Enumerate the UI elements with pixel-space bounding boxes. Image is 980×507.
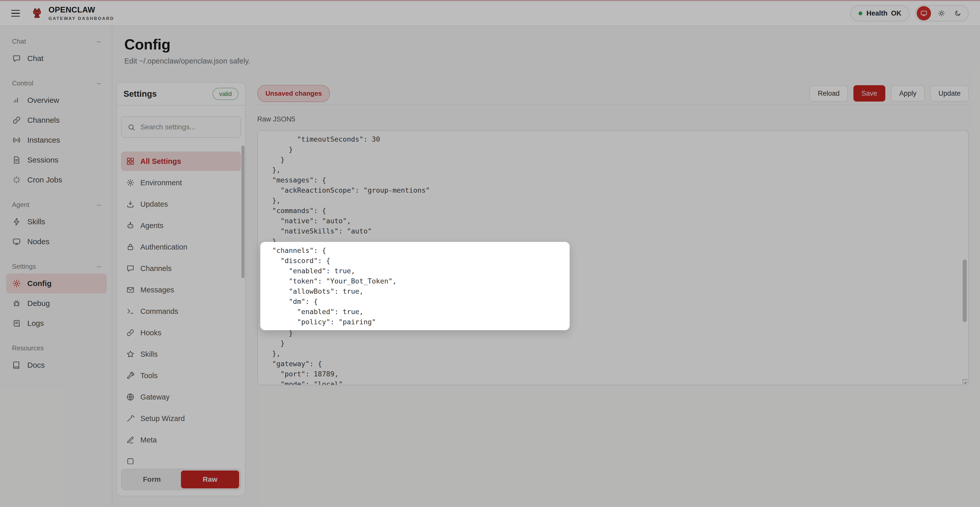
chat-bubble-icon	[12, 54, 21, 63]
settings-nav-label: Messages	[140, 286, 174, 294]
sidebar-item-channels[interactable]: Channels	[6, 110, 107, 130]
settings-nav-item-channels[interactable]: Channels	[121, 259, 241, 278]
app-root: OPENCLAW GATEWAY DASHBOARD HealthOK	[0, 0, 980, 507]
settings-nav-item-updates[interactable]: Updates	[121, 194, 241, 214]
sidebar-item-overview[interactable]: Overview	[6, 90, 107, 110]
sidebar-item-config[interactable]: Config	[6, 273, 107, 293]
collapse-icon[interactable]: –	[97, 201, 101, 208]
settings-nav-item-meta[interactable]: Meta	[121, 430, 241, 450]
sidebar-item-label: Chat	[27, 54, 43, 63]
sidebar-item-docs[interactable]: Docs	[6, 355, 107, 375]
sidebar-group-resources: Resources Docs	[0, 341, 112, 375]
star-icon	[126, 350, 135, 359]
settings-nav-item-gateway[interactable]: Gateway	[121, 387, 241, 407]
group-label-agent: Agent	[12, 201, 29, 209]
bug-icon	[12, 299, 21, 308]
settings-nav-item-skills[interactable]: Skills	[121, 345, 241, 364]
form-toggle-button[interactable]: Form	[123, 470, 181, 488]
settings-nav-item-setup-wizard[interactable]: Setup Wizard	[121, 409, 241, 428]
settings-nav-label: Hooks	[140, 329, 161, 337]
scroll-icon	[12, 319, 21, 328]
mail-icon	[126, 286, 135, 294]
theme-light-button[interactable]	[935, 7, 947, 19]
page-subtitle: Edit ~/.openclaw/openclaw.json safely.	[124, 57, 980, 65]
robot-icon	[126, 221, 135, 230]
sidebar-item-label: Channels	[27, 116, 60, 124]
bar-chart-icon	[12, 96, 21, 105]
sidebar-item-nodes[interactable]: Nodes	[6, 232, 107, 251]
sidebar-item-instances[interactable]: Instances	[6, 130, 107, 150]
sidebar-item-skills[interactable]: Skills	[6, 212, 107, 232]
collapse-icon[interactable]: –	[97, 38, 101, 45]
settings-nav-item-messages[interactable]: Messages	[121, 280, 241, 300]
settings-nav-label: Agents	[140, 221, 163, 230]
download-icon	[126, 200, 135, 208]
save-button[interactable]: Save	[853, 85, 886, 102]
gear-icon	[12, 279, 21, 288]
settings-nav-label: Setup Wizard	[140, 414, 185, 423]
settings-nav-item-agents[interactable]: Agents	[121, 216, 241, 235]
group-label-resources: Resources	[12, 344, 44, 352]
resize-grip-icon[interactable]	[963, 379, 968, 384]
settings-nav-item-commands[interactable]: Commands	[121, 302, 241, 321]
health-status-badge: HealthOK	[850, 5, 910, 21]
theme-dark-button[interactable]	[952, 7, 964, 19]
sidebar-item-chat[interactable]: Chat	[6, 48, 107, 68]
settings-nav-item-all-settings[interactable]: All Settings	[121, 151, 241, 171]
settings-panel: Settings valid All Settings	[116, 82, 245, 496]
raw-json5-label: Raw JSON5	[257, 115, 969, 124]
view-mode-toggle: Form Raw	[121, 469, 241, 490]
search-icon	[127, 123, 136, 132]
sidebar-item-cron-jobs[interactable]: Cron Jobs	[6, 170, 107, 190]
apply-button[interactable]: Apply	[891, 85, 924, 102]
link-icon	[126, 328, 135, 337]
settings-nav-item-authentication[interactable]: Authentication	[121, 237, 241, 257]
grid-icon	[126, 157, 135, 165]
group-label-control: Control	[12, 79, 33, 87]
sidebar-item-logs[interactable]: Logs	[6, 313, 107, 333]
lobster-logo-icon	[31, 7, 43, 19]
pencil-icon	[126, 435, 135, 444]
settings-nav-item-hooks[interactable]: Hooks	[121, 323, 241, 342]
gear-icon	[126, 178, 135, 187]
health-value: OK	[891, 10, 902, 17]
sidebar-item-label: Debug	[27, 299, 50, 308]
update-button[interactable]: Update	[930, 85, 969, 102]
settings-nav-item-environment[interactable]: Environment	[121, 173, 241, 192]
settings-nav-label: Environment	[140, 179, 182, 187]
theme-system-button[interactable]	[917, 6, 931, 21]
monitor-icon	[920, 10, 928, 17]
editor-scrollbar[interactable]	[963, 259, 967, 322]
page-title: Config	[124, 36, 980, 53]
sidebar-item-debug[interactable]: Debug	[6, 293, 107, 313]
sidebar-item-label: Nodes	[27, 237, 49, 246]
moon-icon	[954, 10, 962, 17]
terminal-icon	[126, 307, 135, 316]
spotlight-highlight-box: "channels": { "discord": { "enabled": tr…	[260, 242, 570, 330]
raw-toggle-button[interactable]: Raw	[181, 470, 239, 488]
panel-footer: Form Raw	[117, 464, 245, 496]
theme-toggle	[915, 5, 969, 21]
link-icon	[12, 116, 21, 125]
settings-panel-header: Settings valid	[117, 83, 245, 106]
brand-title: OPENCLAW	[48, 5, 115, 14]
book-icon	[12, 361, 21, 370]
settings-nav-item-tools[interactable]: Tools	[121, 366, 241, 385]
sparkle-icon	[12, 175, 21, 184]
settings-nav-item-clipped[interactable]	[121, 451, 241, 464]
collapse-icon[interactable]: –	[97, 262, 101, 270]
settings-nav-scrollbar[interactable]	[242, 145, 245, 278]
sidebar-group-settings: Settings – Config Debug Logs	[0, 259, 112, 333]
settings-nav-label: Channels	[140, 264, 172, 273]
search-settings-input[interactable]	[121, 117, 240, 137]
collapse-icon[interactable]: –	[97, 79, 101, 87]
sidebar-item-sessions[interactable]: Sessions	[6, 150, 107, 170]
reload-button[interactable]: Reload	[810, 85, 848, 102]
sidebar-item-label: Logs	[27, 319, 44, 327]
sidebar-item-label: Overview	[27, 96, 59, 105]
menu-icon[interactable]	[11, 8, 22, 19]
editor-toolbar: Unsaved changes Reload Save Apply Update	[257, 82, 969, 105]
app-header: OPENCLAW GATEWAY DASHBOARD HealthOK	[0, 1, 980, 26]
valid-badge: valid	[213, 88, 239, 100]
square-icon	[126, 457, 135, 464]
